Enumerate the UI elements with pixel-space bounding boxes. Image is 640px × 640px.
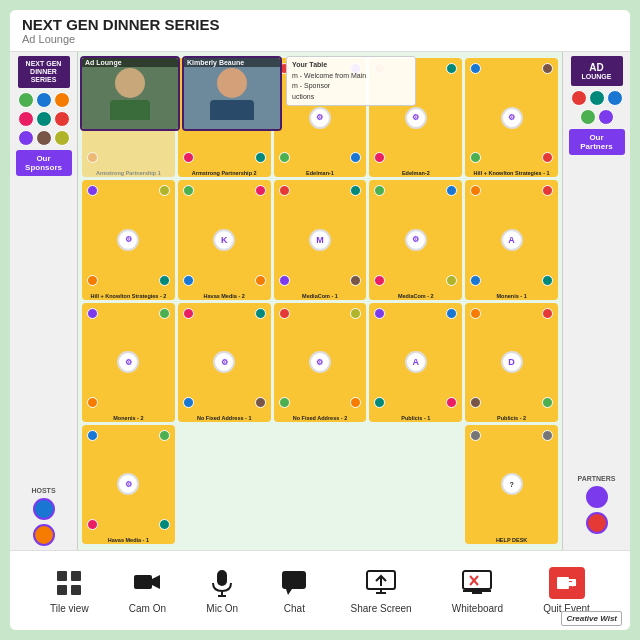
svg-rect-1 bbox=[71, 571, 81, 581]
video-label-1: Ad Lounge bbox=[82, 58, 178, 67]
table-name: Hill + Knowlton Strategies - 1 bbox=[465, 170, 558, 176]
branding-label: Creative Wist bbox=[561, 611, 622, 626]
chat-icon bbox=[278, 567, 310, 599]
bottom-toolbar: Tile view Cam On bbox=[10, 550, 630, 630]
partners-button[interactable]: Our Partners bbox=[569, 129, 625, 155]
table-row[interactable]: ⚙ Havas Media - 1 bbox=[82, 425, 175, 544]
table-name: Armstrong Partnership 2 bbox=[178, 170, 271, 176]
table-name: Monenis - 2 bbox=[82, 415, 175, 421]
mic-on-label: Mic On bbox=[206, 603, 238, 614]
video-label-2: Kimberly Beaune bbox=[184, 58, 280, 67]
table-name: Publicis - 2 bbox=[465, 415, 558, 421]
chat-button[interactable]: Chat bbox=[278, 567, 310, 614]
table-row[interactable]: ⚙ Monenis - 2 bbox=[82, 303, 175, 422]
table-name: Havas Media - 2 bbox=[178, 293, 271, 299]
svg-rect-2 bbox=[57, 585, 67, 595]
app-wrapper: NEXT GEN DINNER SERIES Ad Lounge NEXT GE… bbox=[0, 0, 640, 640]
table-row[interactable]: ⚙ Hill + Knowlton Strategies - 2 bbox=[82, 180, 175, 299]
table-row[interactable]: M MediaCom - 1 bbox=[274, 180, 367, 299]
table-row[interactable]: ⚙ No Fixed Address - 1 bbox=[178, 303, 271, 422]
sponsors-button[interactable]: Our Sponsors bbox=[16, 150, 72, 176]
left-sidebar: NEXT GEN DINNER SERIES Our Sponsors HOST… bbox=[10, 52, 78, 550]
chat-label: Chat bbox=[284, 603, 305, 614]
table-name: Havas Media - 1 bbox=[82, 537, 175, 543]
table-row[interactable]: A Publicis - 1 bbox=[369, 303, 462, 422]
partners-label: PARTNERS bbox=[578, 475, 616, 482]
table-name: Armstrong Partnership 1 bbox=[82, 170, 175, 176]
sidebar-avatars bbox=[18, 92, 70, 146]
table-empty-2 bbox=[274, 425, 367, 544]
table-row[interactable]: ⚙ MediaCom - 2 bbox=[369, 180, 462, 299]
mic-icon bbox=[206, 567, 238, 599]
share-screen-icon bbox=[365, 567, 397, 599]
share-screen-label: Share Screen bbox=[351, 603, 412, 614]
sidebar-logo: NEXT GEN DINNER SERIES bbox=[18, 56, 70, 88]
page-subtitle: Ad Lounge bbox=[22, 33, 618, 45]
table-empty-1 bbox=[178, 425, 271, 544]
table-name: Edelman-2 bbox=[369, 170, 462, 176]
right-sidebar-avatars bbox=[571, 90, 623, 125]
table-row[interactable]: ? HELP DESK bbox=[465, 425, 558, 544]
svg-rect-4 bbox=[134, 575, 152, 589]
table-row[interactable]: K Havas Media - 2 bbox=[178, 180, 271, 299]
table-row[interactable]: A Monenis - 1 bbox=[465, 180, 558, 299]
page-title: NEXT GEN DINNER SERIES bbox=[22, 16, 618, 33]
video-box-2: Kimberly Beaune bbox=[182, 56, 282, 131]
main-content: NEXT GEN DINNER SERIES Ad Lounge NEXT GE… bbox=[10, 10, 630, 630]
host-avatar-1 bbox=[33, 498, 55, 520]
video-person-2 bbox=[184, 58, 280, 129]
svg-rect-9 bbox=[282, 571, 306, 589]
cam-on-button[interactable]: Cam On bbox=[129, 567, 166, 614]
cam-on-label: Cam On bbox=[129, 603, 166, 614]
table-name: Monenis - 1 bbox=[465, 293, 558, 299]
whiteboard-label: Whiteboard bbox=[452, 603, 503, 614]
whiteboard-button[interactable]: Whiteboard bbox=[452, 567, 503, 614]
svg-marker-10 bbox=[286, 589, 292, 595]
right-sidebar: AD LOUNGE Our Partners PARTNERS bbox=[562, 52, 630, 550]
table-name: Edelman-1 bbox=[274, 170, 367, 176]
table-row[interactable]: ⚙ Hill + Knowlton Strategies - 1 bbox=[465, 58, 558, 177]
svg-marker-5 bbox=[152, 575, 160, 589]
quit-event-button[interactable]: Quit Event bbox=[543, 567, 590, 614]
room-area: NEXT GEN DINNER SERIES Our Sponsors HOST… bbox=[10, 52, 630, 550]
table-name: HELP DESK bbox=[465, 537, 558, 543]
mic-on-button[interactable]: Mic On bbox=[206, 567, 238, 614]
table-empty-3 bbox=[369, 425, 462, 544]
tile-view-label: Tile view bbox=[50, 603, 89, 614]
svg-rect-15 bbox=[463, 571, 491, 589]
svg-rect-0 bbox=[57, 571, 67, 581]
table-name: MediaCom - 2 bbox=[369, 293, 462, 299]
table-name: Publicis - 1 bbox=[369, 415, 462, 421]
video-box-1: Ad Lounge bbox=[80, 56, 180, 131]
share-screen-button[interactable]: Share Screen bbox=[351, 567, 412, 614]
ad-lounge-badge: AD LOUNGE bbox=[571, 56, 623, 86]
video-person-1 bbox=[82, 58, 178, 129]
header-bar: NEXT GEN DINNER SERIES Ad Lounge bbox=[10, 10, 630, 52]
partner-avatar-1 bbox=[586, 486, 608, 508]
whiteboard-icon bbox=[461, 567, 493, 599]
video-overlay: Ad Lounge Kimberly Beaune bbox=[80, 56, 282, 131]
table-row[interactable]: ⚙ No Fixed Address - 2 bbox=[274, 303, 367, 422]
partner-avatar-2 bbox=[586, 512, 608, 534]
grid-icon bbox=[53, 567, 85, 599]
camera-icon bbox=[131, 567, 163, 599]
table-name: Hill + Knowlton Strategies - 2 bbox=[82, 293, 175, 299]
info-panel: Your Table m - Welcome from Main m - Spo… bbox=[286, 56, 416, 106]
table-name: No Fixed Address - 2 bbox=[274, 415, 367, 421]
tile-view-button[interactable]: Tile view bbox=[50, 567, 89, 614]
quit-icon bbox=[549, 567, 585, 599]
table-name: MediaCom - 1 bbox=[274, 293, 367, 299]
host-avatar-2 bbox=[33, 524, 55, 546]
svg-rect-3 bbox=[71, 585, 81, 595]
svg-rect-6 bbox=[217, 570, 227, 586]
table-row[interactable]: D Publicis - 2 bbox=[465, 303, 558, 422]
table-name: No Fixed Address - 1 bbox=[178, 415, 271, 421]
hosts-label: HOSTS bbox=[31, 487, 55, 494]
